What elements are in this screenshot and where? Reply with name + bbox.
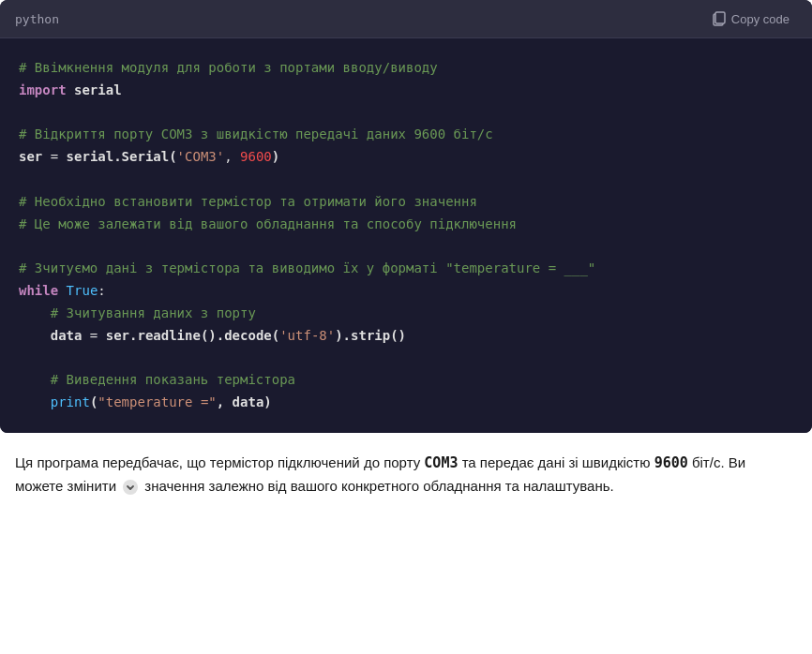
copy-icon <box>713 11 726 26</box>
keyword-while: while <box>19 283 58 298</box>
colon1: : <box>98 283 105 298</box>
copy-label: Copy code <box>731 12 789 26</box>
print-args: , data) <box>217 394 272 409</box>
str-com3: 'COM3' <box>177 149 225 164</box>
readline-chain: ser.readline().decode( <box>106 328 279 343</box>
comment-3: # Необхідно встановити термістор та отри… <box>19 194 477 209</box>
desc-text-2: та передає дані зі швидкістю <box>458 454 654 470</box>
var-ser: ser <box>19 149 42 164</box>
svg-point-2 <box>123 480 138 495</box>
close-paren1: ) <box>272 149 279 164</box>
comment-1: # Ввімкнення модуля для роботи з портами… <box>19 60 438 75</box>
num-9600: 9600 <box>240 149 272 164</box>
desc-text-1: Ця програма передбачає, що термістор під… <box>15 454 424 470</box>
builtin-print: print <box>51 394 90 409</box>
op-assign1: = <box>42 149 66 164</box>
code-header: python Copy code <box>0 0 812 38</box>
description-area: Ця програма передбачає, що термістор під… <box>0 433 812 513</box>
language-label: python <box>15 12 59 26</box>
comment-7: # Виведення показань термістора <box>51 372 295 387</box>
comment-6: # Зчитування даних з порту <box>51 305 256 320</box>
var-data: data <box>51 328 83 343</box>
module-serial: serial <box>67 82 122 97</box>
strip-method: ).strip() <box>335 328 406 343</box>
serial-class: serial.Serial( <box>67 149 177 164</box>
code-block-container: python Copy code # Ввімкнення модуля для… <box>0 0 812 433</box>
str-temp: "temperature =" <box>98 394 216 409</box>
comment-4: # Це може залежати від вашого обладнання… <box>19 216 517 231</box>
keyword-true: True <box>67 283 98 298</box>
copy-button[interactable]: Copy code <box>705 7 797 30</box>
keyword-import: import <box>19 82 67 97</box>
op-assign2: = <box>82 328 105 343</box>
desc-com3: COM3 <box>424 454 458 471</box>
down-arrow-icon <box>122 479 139 496</box>
comment-2: # Відкриття порту COM3 з швидкістю перед… <box>19 126 493 141</box>
svg-rect-1 <box>715 12 725 23</box>
desc-text-4: значення залежно від вашого конкретного … <box>141 478 613 494</box>
desc-9600: 9600 <box>654 454 688 471</box>
str-utf8: 'utf-8' <box>279 328 335 343</box>
code-body: # Ввімкнення модуля для роботи з портами… <box>0 38 812 433</box>
comma1: , <box>224 149 240 164</box>
comment-5: # Зчитуємо дані з термістора та виводимо… <box>19 260 595 275</box>
